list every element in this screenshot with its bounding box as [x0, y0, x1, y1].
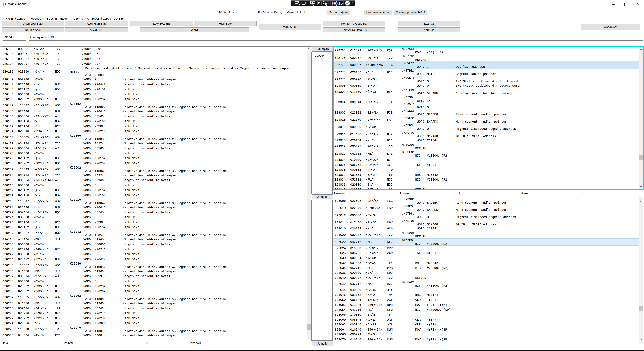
svg-text:15: 15	[338, 1, 343, 6]
svg-text:{: {	[332, 0, 333, 6]
